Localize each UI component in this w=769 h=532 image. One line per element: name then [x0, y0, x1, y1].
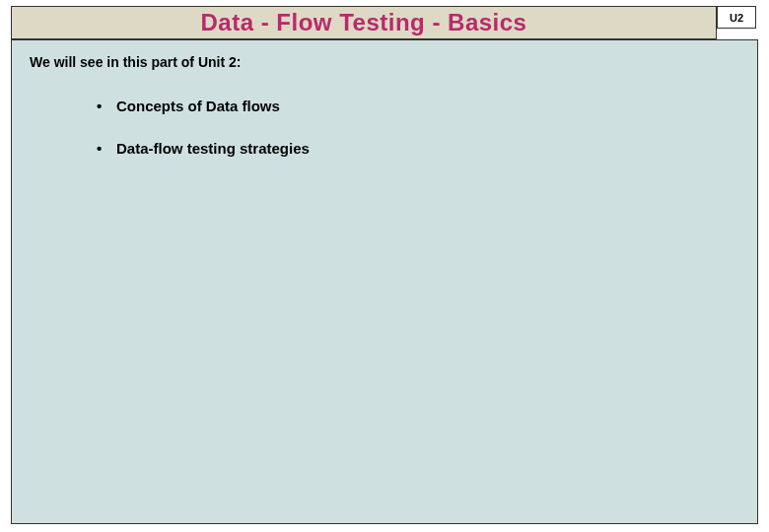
slide-title: Data - Flow Testing - Basics: [201, 9, 527, 36]
intro-text: We will see in this part of Unit 2:: [30, 54, 739, 70]
bullet-item: Data-flow testing strategies: [116, 140, 739, 157]
bullet-item: Concepts of Data flows: [116, 98, 739, 114]
unit-badge-text: U2: [730, 12, 743, 24]
title-bar: Data - Flow Testing - Basics: [11, 6, 717, 39]
slide-container: Data - Flow Testing - Basics U2 We will …: [0, 0, 769, 532]
content-area: We will see in this part of Unit 2: Conc…: [11, 39, 758, 524]
bullet-list: Concepts of Data flows Data-flow testing…: [30, 98, 739, 157]
unit-badge: U2: [717, 6, 756, 29]
